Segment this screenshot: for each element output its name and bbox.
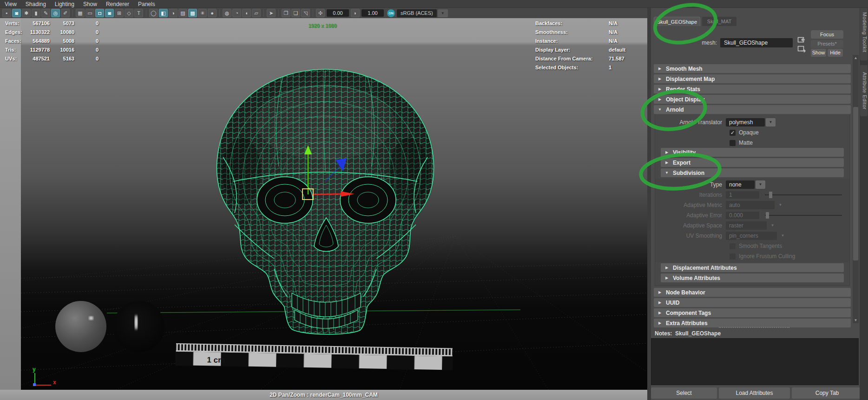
chevron-down-icon[interactable]: ▼ [756, 180, 765, 189]
section-volume-attributes[interactable]: ▶Volume Attributes [661, 273, 844, 282]
iterations-field[interactable]: 1 [726, 191, 759, 199]
marker-icon[interactable]: ✐ [61, 9, 70, 17]
view-transform-on-icon[interactable]: ON [387, 9, 395, 17]
menu-lighting[interactable]: Lighting [55, 1, 74, 7]
history-back-icon[interactable] [797, 35, 806, 43]
show-button[interactable]: Show [811, 49, 826, 57]
camera-lock-icon[interactable]: ◙ [12, 9, 21, 17]
arnold-translator-dropdown[interactable]: polymesh [726, 118, 765, 127]
focus-button[interactable]: Focus [811, 30, 843, 39]
gate-mask-fill-icon[interactable]: ◙ [105, 9, 114, 17]
presets-button[interactable]: Presets* [811, 40, 843, 48]
hud-value: 5008 [63, 38, 74, 44]
colorspace-dropdown-icon[interactable]: ▼ [438, 9, 448, 17]
camera-select-icon[interactable]: ◎ [51, 9, 60, 17]
hud-row-selected-objects-: Selected Objects:1 [535, 65, 647, 73]
side-tab-modeling-toolkit[interactable]: Modeling Toolkit [860, 4, 868, 60]
colorspace-dropdown[interactable]: sRGB (ACES) [397, 9, 437, 17]
mesh-name-field[interactable]: Skull_GEOShape [720, 38, 793, 47]
menu-renderer[interactable]: Renderer [106, 1, 129, 7]
image-plane-icon[interactable]: ▱ [252, 9, 261, 17]
section-component-tags[interactable]: ▶Component Tags [654, 308, 851, 317]
viewport-panel[interactable]: 1 cm y x 1920 x 1080 Verts:56710650730Ed… [0, 18, 647, 390]
expand-icon: ▶ [654, 97, 666, 101]
contrast-icon[interactable]: ◗ [351, 9, 360, 17]
menu-view[interactable]: View [5, 1, 17, 7]
textured-icon[interactable]: ▨ [178, 9, 187, 17]
section-displacement-map[interactable]: ▶Displacement Map [654, 74, 851, 83]
select-button[interactable]: Select [651, 387, 717, 399]
load-attributes-button[interactable]: Load Attributes [719, 387, 790, 399]
safe-action-icon[interactable]: ◇ [125, 9, 133, 17]
section-displacement-attributes[interactable]: ▶Displacement Attributes [661, 263, 844, 272]
section-subdivision[interactable]: ▼Subdivision [661, 168, 844, 177]
scroll-up-icon[interactable]: ▲ [853, 56, 859, 60]
xray-icon[interactable]: ◍ [223, 9, 231, 17]
history-forward-icon[interactable] [797, 45, 806, 53]
opaque-checkbox[interactable]: ✓ [730, 130, 736, 136]
select-tool-icon[interactable]: ➤ [267, 9, 276, 17]
isolate-select-icon[interactable]: ◖ [242, 9, 251, 17]
adaptive-error-field[interactable]: 0.000 [726, 212, 759, 219]
ignore-frustum-culling-checkbox[interactable] [730, 253, 736, 260]
section-uuid[interactable]: ▶UUID [654, 298, 851, 307]
section-object-display[interactable]: ▶Object Display [654, 95, 851, 104]
attribute-scrollbar[interactable]: ▲ ▼ [853, 55, 859, 323]
hide-button[interactable]: Hide [828, 49, 843, 57]
resolution-gate-icon[interactable]: ▭ [85, 9, 94, 17]
gamma-field[interactable]: 1.00 [362, 9, 384, 17]
camera-icon[interactable]: ▪ [2, 9, 11, 17]
gate-mask-icon[interactable]: ◘ [95, 9, 104, 17]
adaptive-metric-dropdown[interactable]: auto [726, 201, 775, 209]
iterations-slider[interactable] [765, 194, 842, 195]
all-lights-icon[interactable]: ✳ [198, 9, 207, 17]
tab-skull-geoshape[interactable]: Skull_GEOShape [654, 17, 700, 26]
adaptive-error-slider[interactable] [765, 215, 842, 216]
menu-show[interactable]: Show [83, 1, 97, 7]
pane-layout-icon[interactable]: ❐ [282, 9, 290, 17]
uv-smoothing-dropdown[interactable]: pin_corners [726, 232, 777, 240]
shaded-icon[interactable]: ◧ [159, 9, 168, 17]
exposure-icon[interactable]: ✣ [316, 9, 325, 17]
section-visibility[interactable]: ▶Visibility [661, 148, 844, 157]
panel-divider[interactable] [647, 0, 651, 400]
tab-skull-mat[interactable]: Skull_MAT [702, 17, 736, 26]
copy-tab-button[interactable]: Copy Tab [792, 387, 862, 399]
slider-handle[interactable] [769, 192, 772, 198]
slider-handle[interactable] [766, 212, 769, 219]
menu-shading[interactable]: Shading [26, 1, 46, 7]
camera-gear-icon[interactable]: ✱ [22, 9, 31, 17]
wireframe-icon[interactable]: ◯ [149, 9, 158, 17]
section-extra-attributes[interactable]: ▶Extra Attributes [654, 319, 851, 327]
section-smooth-mesh[interactable]: ▶Smooth Mesh [654, 64, 851, 73]
section-arnold[interactable]: ▼Arnold [654, 105, 851, 114]
bookmark-icon[interactable]: ▮ [32, 9, 40, 17]
section-node-behavior[interactable]: ▶Node Behavior [654, 288, 851, 297]
safe-title-icon[interactable]: T [134, 9, 143, 17]
section-render-stats[interactable]: ▶Render Stats [654, 85, 851, 93]
side-tab-attribute-editor[interactable]: Attribute Editor [860, 65, 868, 116]
notes-resize-handle[interactable] [719, 327, 789, 328]
adaptive-space-dropdown[interactable]: raster [726, 221, 767, 230]
notes-textarea[interactable] [651, 338, 859, 385]
smooth-tangents-checkbox[interactable] [730, 243, 736, 249]
field-chart-icon[interactable]: ⊞ [115, 9, 124, 17]
reference-sphere-black [113, 301, 164, 352]
exposure-field[interactable]: 0.00 [327, 9, 349, 17]
matte-checkbox[interactable] [730, 140, 736, 146]
chevron-down-icon[interactable]: ▼ [766, 118, 776, 127]
scrollbar-thumb[interactable] [853, 107, 858, 260]
grease-pencil-icon[interactable]: ✎ [41, 9, 50, 17]
wireframe-on-shaded-icon[interactable]: ▩ [188, 9, 197, 17]
section-export[interactable]: ▶Export [661, 158, 844, 167]
pane-pop-icon[interactable]: ◹ [301, 9, 310, 17]
pane-copy-icon[interactable]: ❏ [291, 9, 300, 17]
film-gate-icon[interactable]: ▦ [76, 9, 85, 17]
half-shaded-icon[interactable]: ◑ [169, 9, 178, 17]
type-dropdown[interactable]: none [726, 180, 755, 189]
scroll-down-icon[interactable]: ▼ [853, 318, 859, 322]
viewport-menus: ViewShadingLightingShowRendererPanels [5, 0, 155, 8]
menu-panels[interactable]: Panels [138, 1, 155, 7]
xray-joints-icon[interactable]: ◔ [232, 9, 241, 17]
shadows-icon[interactable]: ● [208, 9, 217, 17]
